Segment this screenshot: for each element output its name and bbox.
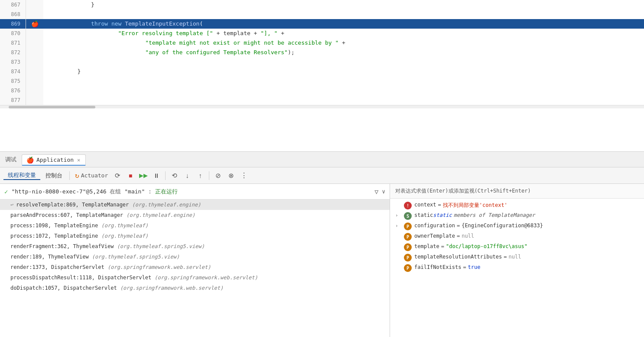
code-line-871: 871 "template might not exist or might n… bbox=[0, 38, 644, 48]
var-template[interactable]: Ptemplate="doc/laptop-o17ff8vc\asus" bbox=[390, 242, 644, 252]
var-expand-icon bbox=[395, 233, 402, 233]
var-type-icon: P bbox=[404, 243, 412, 251]
line-content bbox=[43, 10, 644, 19]
code-line-872: 872 "any of the configured Template Reso… bbox=[0, 48, 644, 57]
scrollbar-thumb[interactable] bbox=[9, 106, 95, 108]
debug-label[interactable]: 调试 bbox=[3, 156, 22, 164]
thread-chevron-icon[interactable]: ∨ bbox=[382, 188, 385, 195]
line-content bbox=[43, 95, 644, 105]
var-type-icon: ! bbox=[404, 202, 412, 209]
thread-name: "http-nio-8080-exec-7"@5,246 在组 "main" :… bbox=[11, 188, 177, 196]
step-out-button[interactable]: ↑ bbox=[194, 170, 206, 182]
code-lines: 867 }868869🍎 throw new TemplateInputExce… bbox=[0, 0, 644, 105]
code-line-873: 873 bbox=[0, 57, 644, 67]
frame-3[interactable]: process:1072, TemplateEngine (org.thymel… bbox=[0, 231, 390, 241]
thread-status: 正在运行 bbox=[155, 188, 178, 195]
var-name-text: template bbox=[414, 243, 439, 249]
var-equals: = bbox=[457, 233, 460, 239]
var-static[interactable]: ›Sstatic static members of TemplateManag… bbox=[390, 211, 644, 221]
frame-text: process:1098, TemplateEngine (org.thymel… bbox=[10, 222, 148, 229]
var-expand-icon[interactable]: › bbox=[395, 212, 402, 218]
line-number: 877 bbox=[0, 95, 26, 105]
toolbar-separator-1 bbox=[69, 171, 70, 180]
debug-toolbar: 线程和变量 控制台 ↻ Actuator ⟳ ■ ▶▶ ⏸ ⟳ ↓ ↑ ⊘ ⊗ … bbox=[0, 167, 644, 184]
var-type-icon: P bbox=[404, 222, 412, 230]
var-type-icon: S bbox=[404, 212, 412, 220]
code-line-867: 867 } bbox=[0, 0, 644, 10]
debug-main-panel: ✓ "http-nio-8080-exec-7"@5,246 在组 "main"… bbox=[0, 184, 644, 337]
toolbar-threads-label[interactable]: 线程和变量 bbox=[3, 171, 40, 180]
thread-group-name: "main" bbox=[124, 188, 145, 195]
frame-7[interactable]: processDispatchResult:1118, DispatcherSe… bbox=[0, 272, 390, 283]
line-content: } bbox=[43, 0, 644, 10]
stop-button[interactable]: ■ bbox=[124, 170, 137, 182]
code-editor: 867 }868869🍎 throw new TemplateInputExce… bbox=[0, 0, 644, 152]
pause-icon: ⏸ bbox=[153, 172, 159, 179]
resume-icon: ▶▶ bbox=[139, 172, 148, 179]
tab-close-icon[interactable]: ✕ bbox=[76, 157, 81, 163]
line-content bbox=[43, 86, 644, 95]
var-value-text: true bbox=[468, 264, 481, 270]
var-name-text: templateResolutionAttributes bbox=[414, 254, 502, 260]
rerun-button[interactable]: ⟳ bbox=[111, 170, 124, 182]
code-line-874: 874 } bbox=[0, 67, 644, 76]
thread-group-text: 在组 bbox=[110, 188, 121, 195]
thread-header: ✓ "http-nio-8080-exec-7"@5,246 在组 "main"… bbox=[0, 184, 390, 200]
var-value-text: {EngineConfiguration@6833} bbox=[462, 222, 543, 229]
code-line-875: 875 bbox=[0, 76, 644, 86]
line-number: 875 bbox=[0, 76, 26, 86]
line-number: 872 bbox=[0, 48, 26, 57]
frame-0[interactable]: ↩resolveTemplate:869, TemplateManager (o… bbox=[0, 200, 390, 210]
var-templateResolutionAttributes[interactable]: PtemplateResolutionAttributes=null bbox=[390, 252, 644, 263]
frame-5[interactable]: render:189, ThymeleafView (org.thymeleaf… bbox=[0, 252, 390, 262]
var-failIfNotExists[interactable]: PfailIfNotExists=true bbox=[390, 263, 644, 273]
variables-panel: 对表达式求值(Enter)或添加监视(Ctrl+Shift+Enter) !co… bbox=[390, 184, 644, 337]
var-name-text: configuration bbox=[414, 222, 455, 229]
var-ownerTemplate[interactable]: PownerTemplate=null bbox=[390, 232, 644, 242]
var-value-text: 找不到局部变量'context' bbox=[443, 202, 507, 209]
step-into-icon: ↓ bbox=[186, 172, 189, 179]
line-gutter bbox=[26, 86, 43, 95]
frame-6[interactable]: render:1373, DispatcherServlet (org.spri… bbox=[0, 262, 390, 272]
vars-header: 对表达式求值(Enter)或添加监视(Ctrl+Shift+Enter) bbox=[390, 184, 644, 199]
code-line-870: 870 "Error resolving template [" + templ… bbox=[0, 29, 644, 38]
horizontal-scrollbar[interactable] bbox=[0, 105, 644, 108]
line-number: 873 bbox=[0, 57, 26, 67]
pause-button[interactable]: ⏸ bbox=[150, 170, 163, 182]
var-expand-icon bbox=[395, 243, 402, 244]
clear-bp-icon: ⊗ bbox=[228, 172, 234, 180]
var-expand-icon[interactable]: › bbox=[395, 222, 402, 229]
thread-name-text: "http-nio-8080-exec-7"@5,246 bbox=[11, 188, 106, 195]
var-context[interactable]: !context=找不到局部变量'context' bbox=[390, 200, 644, 211]
frame-text: process:1072, TemplateEngine (org.thymel… bbox=[10, 233, 148, 239]
var-expand-icon bbox=[395, 254, 402, 254]
breakpoint-icon[interactable]: 🍎 bbox=[31, 20, 39, 27]
var-configuration[interactable]: ›Pconfiguration={EngineConfiguration@683… bbox=[390, 221, 644, 232]
mute-breakpoints-button[interactable]: ⊘ bbox=[212, 170, 224, 182]
var-name-text: failIfNotExists bbox=[414, 264, 461, 270]
more-button[interactable]: ⋮ bbox=[238, 170, 250, 182]
toolbar-console-label[interactable]: 控制台 bbox=[41, 172, 67, 180]
var-value-text: "doc/laptop-o17ff8vc\asus" bbox=[446, 243, 527, 249]
step-over-button[interactable]: ⟳ bbox=[168, 170, 180, 182]
tab-application[interactable]: 🍎 Application ✕ bbox=[22, 154, 86, 166]
actuator-button[interactable]: ↻ Actuator bbox=[72, 170, 111, 182]
stack-panel: ✓ "http-nio-8080-exec-7"@5,246 在组 "main"… bbox=[0, 184, 390, 337]
app-tab-icon: 🍎 bbox=[26, 157, 34, 164]
frame-4[interactable]: renderFragment:362, ThymeleafView (org.t… bbox=[0, 241, 390, 252]
clear-breakpoints-button[interactable]: ⊗ bbox=[225, 170, 237, 182]
var-type-icon: P bbox=[404, 254, 412, 262]
frame-1[interactable]: parseAndProcess:607, TemplateManager (or… bbox=[0, 210, 390, 220]
frame-2[interactable]: process:1098, TemplateEngine (org.thymel… bbox=[0, 220, 390, 231]
step-into-button[interactable]: ↓ bbox=[181, 170, 193, 182]
resume-button[interactable]: ▶▶ bbox=[137, 170, 150, 182]
filter-icon[interactable]: ▽ bbox=[374, 188, 378, 196]
line-number: 868 bbox=[0, 10, 26, 19]
frame-8[interactable]: doDispatch:1057, DispatcherServlet (org.… bbox=[0, 283, 390, 293]
var-name-text: ownerTemplate bbox=[414, 233, 455, 239]
line-number: 870 bbox=[0, 29, 26, 38]
var-expand-icon bbox=[395, 202, 402, 202]
var-name-text: static bbox=[414, 212, 433, 218]
line-gutter: 🍎 bbox=[26, 19, 43, 29]
actuator-icon: ↻ bbox=[75, 171, 79, 180]
